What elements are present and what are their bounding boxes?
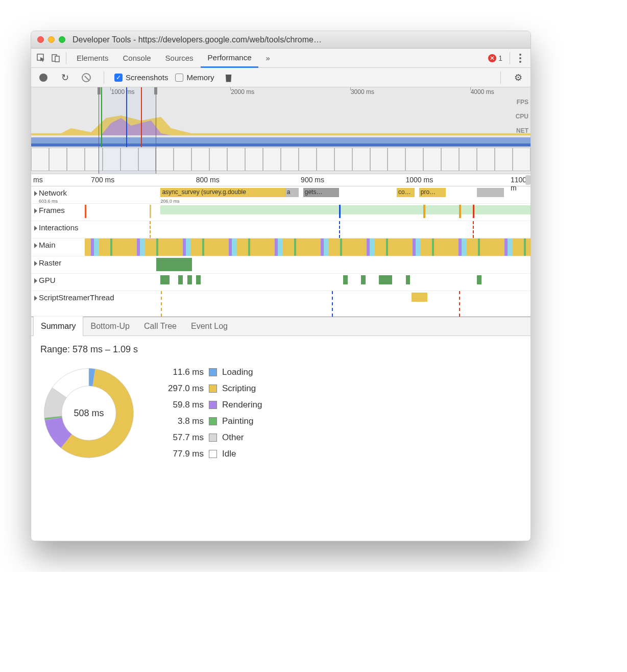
screenshot-thumb xyxy=(49,148,67,171)
overview-selection[interactable] xyxy=(99,87,156,174)
tabs-more[interactable]: » xyxy=(258,49,277,68)
lane-scriptstreamer[interactable]: ScriptStreamerThread xyxy=(31,291,530,317)
legend-row-idle: 77.9 msIdle xyxy=(158,446,262,462)
legend-value: 57.7 ms xyxy=(158,433,204,443)
lane-network[interactable]: Network async_survey (survey.g.doubleage… xyxy=(31,186,530,204)
lane-label: Interactions xyxy=(39,223,79,232)
kebab-menu-icon[interactable] xyxy=(513,51,527,65)
lane-raster[interactable]: Raster xyxy=(31,256,530,274)
inspect-element-icon[interactable] xyxy=(34,51,49,65)
timeline-tick: 1000 ms xyxy=(406,176,433,184)
timeline-ruler[interactable]: ms 700 ms800 ms900 ms1000 ms1100 m xyxy=(31,174,530,186)
screenshot-thumb xyxy=(156,148,174,171)
dash-marker xyxy=(161,291,162,317)
chevron-right-icon xyxy=(34,191,37,196)
bottom-tab-call-tree[interactable]: Call Tree xyxy=(137,317,184,336)
checkbox-checked-icon: ✓ xyxy=(114,74,123,82)
tab-sources[interactable]: Sources xyxy=(158,49,201,68)
chevron-right-icon xyxy=(34,208,37,213)
legend-row-other: 57.7 msOther xyxy=(158,429,262,446)
screenshot-thumb xyxy=(209,148,227,171)
lane-gpu[interactable]: GPU xyxy=(31,274,530,291)
frame-badge: 206.0 ms xyxy=(160,199,179,204)
dash-marker xyxy=(459,291,460,317)
error-icon: ✕ xyxy=(488,54,496,62)
summary-legend: 11.6 msLoading297.0 msScripting59.8 msRe… xyxy=(158,364,262,462)
device-toolbar-icon[interactable] xyxy=(49,51,63,65)
bottom-tab-event-log[interactable]: Event Log xyxy=(184,317,235,336)
summary-panel: Range: 578 ms – 1.09 s 508 ms 11.6 msLoa… xyxy=(31,336,530,470)
legend-name: Rendering xyxy=(222,400,262,410)
network-request-bar[interactable]: co… xyxy=(397,188,415,197)
overview-panel[interactable]: 1000 ms2000 ms3000 ms4000 ms FPSCPUNET xyxy=(31,87,530,174)
timeline-tick: 800 ms xyxy=(196,176,220,184)
lane-main[interactable]: Main xyxy=(31,238,530,256)
network-request-bar[interactable]: gets… xyxy=(303,188,339,197)
frame-tick xyxy=(85,205,86,218)
legend-value: 59.8 ms xyxy=(158,400,204,410)
network-request-bar[interactable]: a xyxy=(285,188,299,197)
screenshots-checkbox[interactable]: ✓ Screenshots xyxy=(114,73,168,82)
bottom-tab-bottom-up[interactable]: Bottom-Up xyxy=(83,317,136,336)
marker-blue xyxy=(126,87,127,147)
overview-tick: 2000 ms xyxy=(231,88,254,95)
gpu-bar xyxy=(379,275,392,284)
lane-frames[interactable]: Frames 603.6 ms 206.0 ms xyxy=(31,204,530,221)
selection-handle-left[interactable] xyxy=(98,87,101,94)
marker-red xyxy=(141,87,142,147)
legend-swatch xyxy=(209,401,217,409)
network-request-bar[interactable]: pro… xyxy=(419,188,446,197)
screenshot-thumb xyxy=(352,148,370,171)
screenshot-thumb xyxy=(405,148,423,171)
scrollbar-handle[interactable] xyxy=(525,175,530,185)
error-count[interactable]: ✕ 1 xyxy=(488,54,502,62)
lane-label: Raster xyxy=(39,258,61,267)
marker-green xyxy=(101,87,102,147)
lane-label: Network xyxy=(39,188,67,197)
legend-swatch xyxy=(209,385,217,393)
tab-elements[interactable]: Elements xyxy=(69,49,116,68)
lane-interactions[interactable]: Interactions xyxy=(31,221,530,238)
screenshot-thumb xyxy=(227,148,245,171)
clear-button[interactable] xyxy=(79,70,93,85)
gpu-bar xyxy=(477,275,481,284)
close-window-button[interactable] xyxy=(37,36,44,43)
screenshot-thumb xyxy=(388,148,405,171)
tab-performance[interactable]: Performance xyxy=(201,49,259,68)
network-request-bar[interactable]: async_survey (survey.g.double xyxy=(160,188,285,197)
minimize-window-button[interactable] xyxy=(48,36,55,43)
reload-and-record-button[interactable]: ↻ xyxy=(58,70,72,85)
bottom-tab-summary[interactable]: Summary xyxy=(33,317,83,336)
range-label: Range: 578 ms – 1.09 s xyxy=(40,344,521,355)
error-count-value: 1 xyxy=(498,54,502,62)
settings-icon[interactable]: ⚙ xyxy=(511,70,525,85)
tab-console[interactable]: Console xyxy=(116,49,158,68)
gpu-bar xyxy=(406,275,411,284)
legend-value: 77.9 ms xyxy=(158,449,204,459)
record-button[interactable] xyxy=(36,70,51,85)
selection-handle-right[interactable] xyxy=(154,87,157,94)
timeline-tick: 700 ms xyxy=(91,176,114,184)
legend-swatch xyxy=(209,434,217,442)
legend-value: 11.6 ms xyxy=(158,367,204,377)
chevron-right-icon xyxy=(34,243,37,248)
chevron-right-icon xyxy=(34,226,37,231)
screenshot-thumb xyxy=(245,148,263,171)
legend-swatch xyxy=(209,450,217,458)
screenshot-thumb xyxy=(31,148,49,171)
memory-checkbox[interactable]: Memory xyxy=(175,73,214,82)
chevron-right-icon xyxy=(34,261,37,266)
main-flame-chart[interactable] xyxy=(85,238,530,256)
dash-marker xyxy=(150,221,151,238)
overview-metric-label: FPS xyxy=(516,99,528,113)
network-request-bar[interactable] xyxy=(477,188,503,197)
legend-value: 3.8 ms xyxy=(158,416,204,426)
bottom-tabbar: SummaryBottom-UpCall TreeEvent Log xyxy=(31,317,530,336)
garbage-collect-button[interactable] xyxy=(222,70,236,85)
timeline-lanes: Network async_survey (survey.g.doubleage… xyxy=(31,186,530,317)
legend-name: Idle xyxy=(222,449,236,459)
frame-tick xyxy=(459,205,461,218)
frame-tick xyxy=(339,205,341,218)
dash-marker xyxy=(473,221,474,238)
zoom-window-button[interactable] xyxy=(59,36,65,43)
